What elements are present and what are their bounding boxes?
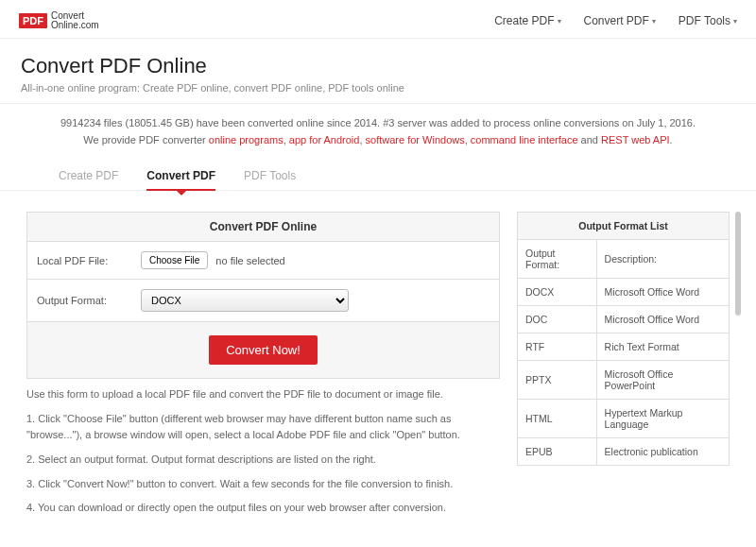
format-row: Output Format: DOCX <box>27 280 499 322</box>
fmt-table-head: Output Format List <box>518 213 730 240</box>
convert-panel-head: Convert PDF Online <box>27 213 499 242</box>
table-row: HTMLHypertext Markup Language <box>518 400 730 438</box>
logo-text: Convert Online.com <box>51 11 99 30</box>
info-banner: 9914234 files (18051.45 GB) have been co… <box>0 104 756 154</box>
table-row: PPTXMicrosoft Office PowerPoint <box>518 361 730 400</box>
logo-badge: PDF <box>19 13 47 28</box>
chevron-down-icon: ▾ <box>558 17 561 26</box>
instr-step4: 4. You can download or directly open the… <box>26 500 500 517</box>
nav-convert-label: Convert PDF <box>584 14 649 27</box>
page-title: Convert PDF Online <box>21 54 735 78</box>
info-line1: 9914234 files (18051.45 GB) have been co… <box>38 115 718 132</box>
instructions: Use this form to upload a local PDF file… <box>26 386 500 517</box>
link-windows[interactable]: software for Windows <box>366 134 465 145</box>
output-format-select[interactable]: DOCX <box>141 289 349 312</box>
scrollbar-thumb[interactable] <box>735 212 741 316</box>
nav-convert-pdf[interactable]: Convert PDF ▾ <box>584 14 656 27</box>
table-row: DOCXMicrosoft Office Word <box>518 279 730 306</box>
link-cli[interactable]: command line interface <box>471 134 578 145</box>
nav-create-pdf[interactable]: Create PDF ▾ <box>494 14 560 27</box>
tab-bar: Create PDF Convert PDF PDF Tools <box>0 158 756 191</box>
table-row: RTFRich Text Format <box>518 333 730 361</box>
site-logo[interactable]: PDF Convert Online.com <box>19 11 99 30</box>
link-app-android[interactable]: app for Android <box>289 134 360 145</box>
choose-file-button[interactable]: Choose File <box>141 251 208 269</box>
page-subtitle: All-in-one online program: Create PDF on… <box>21 82 735 94</box>
submit-row: Convert Now! <box>27 322 499 378</box>
instr-intro: Use this form to upload a local PDF file… <box>26 386 500 403</box>
tab-convert-pdf[interactable]: Convert PDF <box>146 163 215 190</box>
fmt-h2: Description: <box>596 240 729 279</box>
info-provide: We provide PDF converter <box>83 134 208 145</box>
info-line2: We provide PDF converter online programs… <box>38 132 718 149</box>
format-label: Output Format: <box>37 295 141 306</box>
nav-pdf-tools[interactable]: PDF Tools ▾ <box>679 14 737 27</box>
tab-pdf-tools[interactable]: PDF Tools <box>244 163 296 190</box>
convert-now-button[interactable]: Convert Now! <box>209 335 318 365</box>
output-format-table: Output Format List Output Format: Descri… <box>517 212 730 466</box>
file-label: Local PDF File: <box>37 255 141 266</box>
main-content: Convert PDF Online Local PDF File: Choos… <box>0 191 756 524</box>
link-online-programs[interactable]: online programs <box>209 134 284 145</box>
table-row: DOCMicrosoft Office Word <box>518 306 730 333</box>
instr-step3: 3. Click "Convert Now!" button to conver… <box>26 476 500 493</box>
fmt-h1: Output Format: <box>518 240 597 279</box>
tab-create-pdf[interactable]: Create PDF <box>59 163 118 190</box>
chevron-down-icon: ▾ <box>652 17 656 26</box>
right-column: Output Format List Output Format: Descri… <box>517 212 730 524</box>
link-rest-api[interactable]: REST web API <box>601 134 670 145</box>
file-status-text: no file selected <box>215 255 284 266</box>
chevron-down-icon: ▾ <box>733 17 737 26</box>
convert-panel: Convert PDF Online Local PDF File: Choos… <box>26 212 500 379</box>
top-bar: PDF Convert Online.com Create PDF ▾ Conv… <box>0 0 756 39</box>
instr-step2: 2. Select an output format. Output forma… <box>26 452 500 469</box>
table-row: EPUBElectronic publication <box>518 438 730 466</box>
nav-tools-label: PDF Tools <box>679 14 730 27</box>
file-row: Local PDF File: Choose File no file sele… <box>27 242 499 280</box>
logo-line2: Online.com <box>51 21 99 30</box>
nav-create-label: Create PDF <box>494 14 554 27</box>
instr-step1: 1. Click "Choose File" button (different… <box>26 411 500 444</box>
scrollbar[interactable] <box>735 212 741 524</box>
top-nav: Create PDF ▾ Convert PDF ▾ PDF Tools ▾ <box>494 14 737 27</box>
left-column: Convert PDF Online Local PDF File: Choos… <box>26 212 500 524</box>
hero-section: Convert PDF Online All-in-one online pro… <box>0 39 756 104</box>
